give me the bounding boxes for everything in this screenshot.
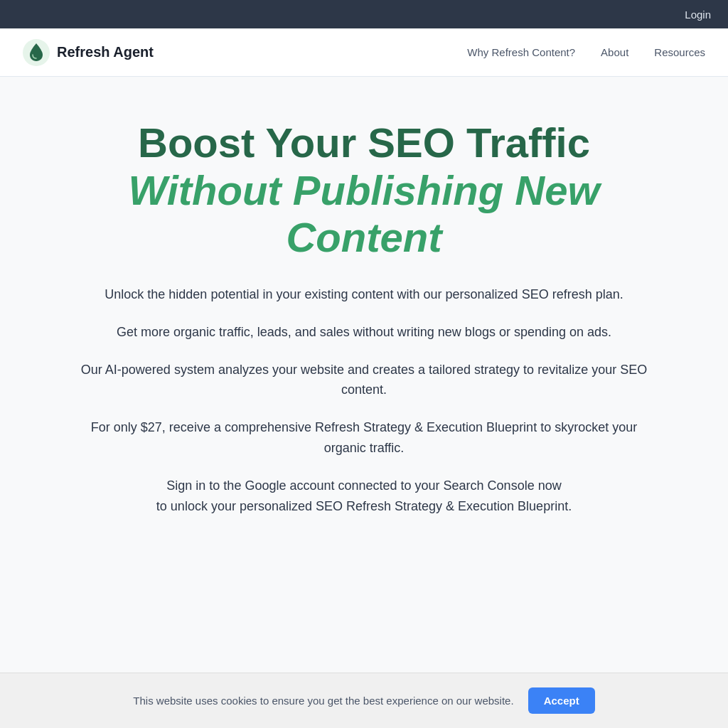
hero-paragraph-5: Sign in to the Google account connected …	[80, 476, 648, 517]
cookie-banner: This website uses cookies to ensure you …	[0, 673, 728, 728]
hero-paragraph-2: Get more organic traffic, leads, and sal…	[80, 322, 648, 343]
top-bar: Login	[0, 0, 728, 28]
main-content: Boost Your SEO Traffic Without Publishin…	[0, 77, 728, 573]
hero-paragraph-5-line1: Sign in to the Google account connected …	[166, 478, 561, 493]
hero-title-line3: Content	[14, 214, 714, 262]
nav-link-resources[interactable]: Resources	[654, 46, 705, 58]
brand[interactable]: Refresh Agent	[23, 39, 154, 66]
hero-paragraph-1: Unlock the hidden potential in your exis…	[80, 284, 648, 305]
hero-paragraph-4: For only $27, receive a comprehensive Re…	[80, 417, 648, 459]
navbar: Refresh Agent Why Refresh Content? About…	[0, 28, 728, 77]
brand-name: Refresh Agent	[57, 44, 154, 60]
hero-paragraph-3: Our AI-powered system analyzes your webs…	[80, 360, 648, 401]
nav-link-why-refresh[interactable]: Why Refresh Content?	[467, 46, 575, 58]
nav-links: Why Refresh Content? About Resources	[467, 46, 705, 58]
hero-title: Boost Your SEO Traffic Without Publishin…	[14, 119, 714, 262]
nav-link-about[interactable]: About	[601, 46, 628, 58]
cookie-accept-button[interactable]: Accept	[528, 687, 595, 714]
hero-title-line1: Boost Your SEO Traffic	[14, 119, 714, 167]
hero-title-line2: Without Publishing New	[14, 167, 714, 215]
cookie-text: This website uses cookies to ensure you …	[133, 695, 513, 707]
logo-icon	[23, 39, 50, 66]
hero-paragraph-5-line2: to unlock your personalized SEO Refresh …	[156, 499, 572, 513]
login-link[interactable]: Login	[685, 9, 711, 21]
